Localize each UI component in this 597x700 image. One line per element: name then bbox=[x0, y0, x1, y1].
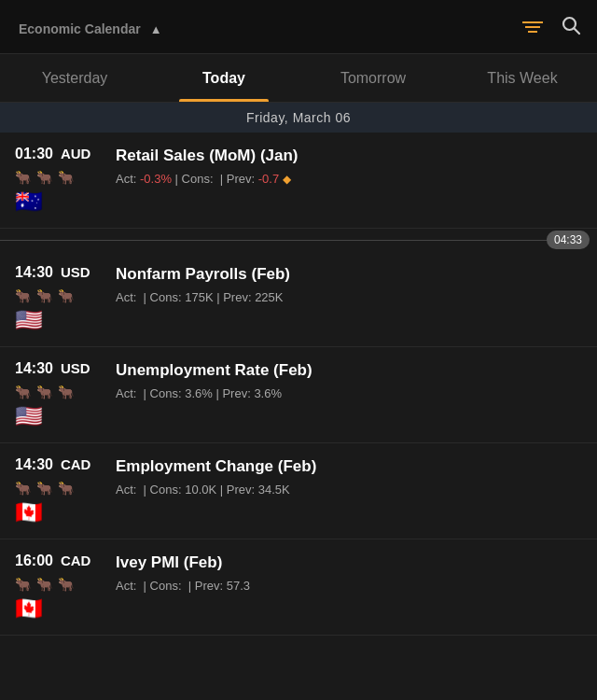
event-right-col: Retail Sales (MoM) (Jan) Act: -0.3% | Co… bbox=[108, 146, 582, 186]
date-header: Friday, March 06 bbox=[0, 103, 597, 133]
event-left-col: 01:30 AUD 🐂 🐂 🐂 🇦🇺 bbox=[15, 146, 108, 215]
event-prev: 57.3 bbox=[227, 579, 250, 593]
event-right-col: Employment Change (Feb) Act: | Cons: 10.… bbox=[108, 456, 582, 497]
time-marker-badge: 04:33 bbox=[547, 231, 590, 249]
event-name: Ivey PMI (Feb) bbox=[116, 553, 582, 573]
bull-icon-1: 🐂 bbox=[15, 577, 31, 592]
tab-today[interactable]: Today bbox=[149, 54, 298, 102]
filter-icon[interactable] bbox=[522, 21, 543, 33]
event-name: Retail Sales (MoM) (Jan) bbox=[116, 146, 582, 166]
bull-icon-2: 🐂 bbox=[36, 170, 52, 185]
flag-icon: 🇨🇦 bbox=[15, 499, 108, 525]
bull-icon-1: 🐂 bbox=[15, 481, 31, 496]
bull-icon-1: 🐂 bbox=[15, 385, 31, 399]
tab-thisweek[interactable]: This Week bbox=[448, 54, 597, 102]
bull-icon-2: 🐂 bbox=[36, 577, 52, 592]
event-currency: AUD bbox=[61, 146, 91, 161]
tab-tomorrow[interactable]: Tomorrow bbox=[298, 54, 448, 102]
header-icons bbox=[522, 14, 582, 40]
event-cons: 10.0K bbox=[185, 483, 216, 497]
event-time: 16:00 bbox=[15, 553, 53, 569]
time-marker: 04:33 bbox=[0, 229, 597, 251]
bull-icon-2: 🐂 bbox=[36, 385, 52, 399]
event-prev: 3.6% bbox=[254, 386, 282, 400]
list-item: 14:30 CAD 🐂 🐂 🐂 🇨🇦 Employment Change (Fe… bbox=[0, 443, 597, 539]
title-text: Economic Calendar bbox=[19, 21, 141, 36]
event-currency: CAD bbox=[61, 456, 91, 472]
bull-icon-3: 🐂 bbox=[58, 385, 74, 399]
event-cons: 3.6% bbox=[185, 386, 213, 400]
search-icon[interactable] bbox=[560, 14, 582, 40]
event-currency: USD bbox=[61, 264, 90, 280]
date-text: Friday, March 06 bbox=[246, 110, 351, 125]
event-currency: USD bbox=[61, 360, 90, 376]
event-details: Act: | Cons: | Prev: 57.3 bbox=[116, 579, 582, 593]
title-arrow-icon[interactable]: ▲ bbox=[150, 22, 162, 36]
event-right-col: Unemployment Rate (Feb) Act: | Cons: 3.6… bbox=[108, 360, 582, 400]
event-time: 14:30 bbox=[15, 264, 53, 281]
svg-line-1 bbox=[575, 28, 580, 34]
tab-bar: Yesterday Today Tomorrow This Week bbox=[0, 54, 597, 103]
event-right-col: Ivey PMI (Feb) Act: | Cons: | Prev: 57.3 bbox=[108, 553, 582, 593]
event-name: Nonfarm Payrolls (Feb) bbox=[116, 264, 582, 285]
event-prev: 34.5K bbox=[258, 483, 290, 497]
tab-today-label: Today bbox=[202, 70, 245, 87]
tab-thisweek-label: This Week bbox=[487, 70, 557, 87]
event-left-col: 16:00 CAD 🐂 🐂 🐂 🇨🇦 bbox=[15, 553, 108, 622]
event-left-col: 14:30 USD 🐂 🐂 🐂 🇺🇸 bbox=[15, 264, 108, 333]
event-act: -0.3% bbox=[140, 172, 172, 186]
flag-icon: 🇺🇸 bbox=[15, 403, 108, 429]
event-name: Employment Change (Feb) bbox=[116, 456, 582, 477]
event-left-col: 14:30 USD 🐂 🐂 🐂 🇺🇸 bbox=[15, 360, 108, 429]
event-details: Act: -0.3% | Cons: | Prev: -0.7 ◆ bbox=[116, 172, 582, 186]
event-details: Act: | Cons: 3.6% | Prev: 3.6% bbox=[116, 386, 582, 400]
flag-icon: 🇨🇦 bbox=[15, 595, 108, 622]
event-details: Act: | Cons: 175K | Prev: 225K bbox=[116, 290, 582, 304]
list-item: 16:00 CAD 🐂 🐂 🐂 🇨🇦 Ivey PMI (Feb) Act: |… bbox=[0, 539, 597, 636]
bull-icon-1: 🐂 bbox=[15, 170, 31, 185]
bull-icon-3: 🐂 bbox=[58, 577, 74, 592]
event-cons: 175K bbox=[185, 290, 213, 304]
event-time: 01:30 bbox=[15, 146, 53, 162]
flag-icon: 🇺🇸 bbox=[15, 307, 108, 333]
event-currency: CAD bbox=[61, 553, 91, 568]
app-header: Economic Calendar ▲ bbox=[0, 0, 597, 54]
list-item: 14:30 USD 🐂 🐂 🐂 🇺🇸 Nonfarm Payrolls (Feb… bbox=[0, 251, 597, 347]
event-prev: -0.7 bbox=[258, 172, 279, 186]
event-details: Act: | Cons: 10.0K | Prev: 34.5K bbox=[116, 483, 582, 497]
event-left-col: 14:30 CAD 🐂 🐂 🐂 🇨🇦 bbox=[15, 456, 108, 525]
event-name: Unemployment Rate (Feb) bbox=[116, 360, 582, 381]
event-prev: 225K bbox=[255, 290, 283, 304]
bull-icon-3: 🐂 bbox=[58, 170, 74, 185]
tab-yesterday-label: Yesterday bbox=[42, 70, 108, 87]
time-marker-line bbox=[0, 240, 550, 241]
event-time: 14:30 bbox=[15, 360, 53, 377]
event-time: 14:30 bbox=[15, 456, 53, 473]
event-right-col: Nonfarm Payrolls (Feb) Act: | Cons: 175K… bbox=[108, 264, 582, 304]
list-item: 14:30 USD 🐂 🐂 🐂 🇺🇸 Unemployment Rate (Fe… bbox=[0, 347, 597, 443]
app-title: Economic Calendar ▲ bbox=[15, 15, 522, 39]
tab-tomorrow-label: Tomorrow bbox=[340, 70, 406, 87]
diamond-icon: ◆ bbox=[283, 173, 291, 186]
bull-icon-2: 🐂 bbox=[36, 288, 52, 303]
flag-icon: 🇦🇺 bbox=[15, 189, 108, 215]
tab-yesterday[interactable]: Yesterday bbox=[0, 54, 149, 102]
list-item: 01:30 AUD 🐂 🐂 🐂 🇦🇺 Retail Sales (MoM) (J… bbox=[0, 133, 597, 229]
bull-icon-3: 🐂 bbox=[58, 481, 74, 496]
bull-icon-2: 🐂 bbox=[36, 481, 52, 496]
bull-icon-1: 🐂 bbox=[15, 288, 31, 303]
bull-icon-3: 🐂 bbox=[58, 288, 74, 303]
